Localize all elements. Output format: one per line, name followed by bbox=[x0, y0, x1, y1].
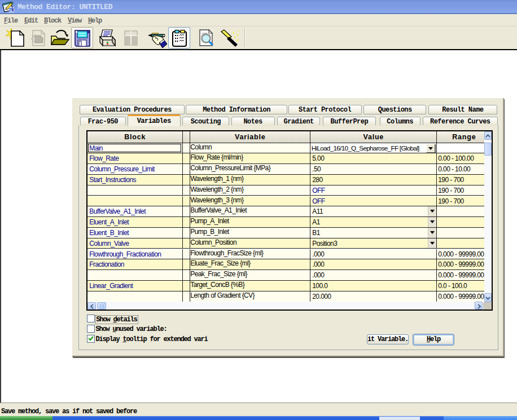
svg-text:E: E bbox=[10, 7, 13, 13]
